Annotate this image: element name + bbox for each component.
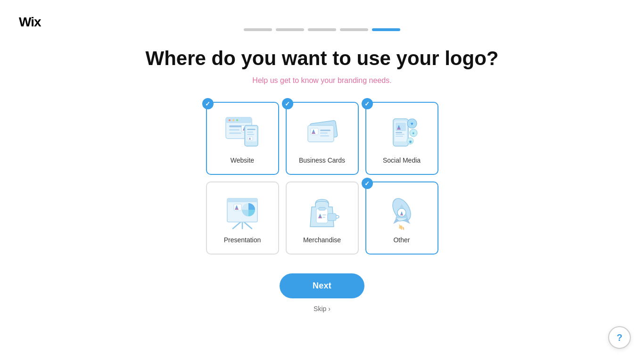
svg-rect-16 (247, 134, 254, 135)
progress-bar (244, 28, 400, 31)
progress-step-5 (372, 28, 400, 31)
svg-rect-35 (396, 136, 403, 137)
presentation-icon (223, 192, 263, 232)
svg-text:♥: ♥ (411, 121, 413, 126)
progress-step-3 (308, 28, 336, 31)
svg-rect-25 (320, 130, 330, 131)
merchandise-icon (302, 192, 342, 232)
other-icon (382, 192, 422, 232)
svg-rect-30 (396, 123, 406, 131)
check-other: ✓ (362, 178, 373, 189)
skip-label: Skip (314, 305, 326, 313)
check-business-cards: ✓ (282, 98, 293, 109)
svg-point-4 (232, 119, 234, 121)
check-website: ✓ (202, 98, 214, 109)
progress-step-2 (276, 28, 304, 31)
svg-rect-33 (396, 132, 402, 133)
card-merchandise[interactable]: ✓ Mercha (286, 181, 359, 255)
svg-rect-8 (229, 132, 241, 134)
progress-step-4 (340, 28, 368, 31)
svg-point-5 (236, 119, 238, 121)
page-title: Where do you want to use your logo? (145, 47, 498, 70)
svg-point-3 (229, 119, 231, 121)
svg-rect-57 (328, 214, 336, 221)
business-cards-label: Business Cards (299, 156, 345, 164)
svg-rect-34 (396, 134, 405, 135)
page-subtitle: Help us get to know your branding needs. (252, 76, 391, 85)
card-business-cards[interactable]: ✓ Business Cards (286, 102, 359, 175)
card-presentation[interactable]: ✓ (206, 181, 279, 255)
logo-usage-grid: ✓ (206, 102, 438, 255)
card-other[interactable]: ✓ (365, 181, 438, 255)
business-cards-icon (302, 113, 342, 153)
help-button[interactable]: ? (608, 326, 631, 349)
check-social-media: ✓ (362, 98, 373, 109)
presentation-label: Presentation (224, 236, 261, 244)
merchandise-label: Merchandise (303, 236, 341, 244)
svg-text:Wix: Wix (19, 15, 41, 29)
next-button[interactable]: Next (280, 273, 364, 298)
svg-rect-51 (316, 209, 328, 223)
website-icon (223, 113, 263, 153)
svg-rect-14 (247, 129, 256, 130)
svg-rect-56 (322, 217, 325, 218)
svg-rect-7 (229, 129, 239, 131)
website-label: Website (231, 156, 254, 164)
skip-chevron: › (328, 305, 330, 313)
svg-text:◉: ◉ (409, 140, 412, 144)
svg-rect-46 (227, 198, 257, 202)
social-media-label: Social Media (383, 156, 421, 164)
svg-rect-55 (322, 214, 326, 215)
svg-text:✦: ✦ (412, 131, 415, 136)
svg-rect-27 (320, 135, 329, 137)
card-website[interactable]: ✓ (206, 102, 279, 175)
social-media-icon: ♥ ✦ ◉ (382, 113, 422, 153)
skip-link[interactable]: Skip › (314, 305, 330, 313)
main-content: Where do you want to use your logo? Help… (0, 0, 644, 313)
wix-logo: Wix (19, 14, 52, 32)
svg-rect-15 (247, 132, 253, 133)
card-social-media[interactable]: ✓ ♥ ✦ (365, 102, 438, 175)
svg-rect-26 (320, 132, 328, 134)
svg-rect-52 (319, 207, 325, 210)
other-label: Other (393, 236, 410, 244)
progress-step-1 (244, 28, 272, 31)
